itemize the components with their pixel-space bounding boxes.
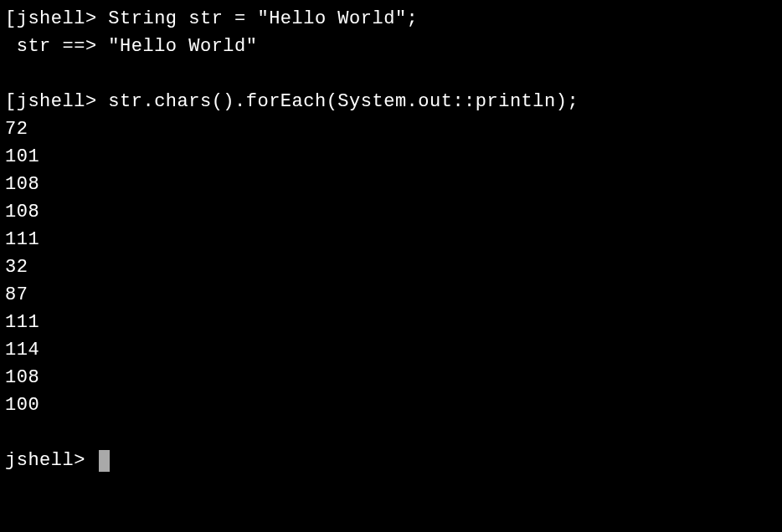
command-input-1: String str = "Hello World"; [108, 8, 418, 29]
output-line: 108 [5, 171, 777, 198]
output-line: 87 [5, 281, 777, 309]
bracket-open: [ [5, 8, 17, 29]
output-line: 101 [5, 143, 777, 171]
jshell-prompt: jshell> [5, 447, 97, 474]
blank-line-2 [5, 419, 777, 447]
output-line: 108 [5, 198, 777, 226]
output-line: 108 [5, 364, 777, 391]
output-line: 72 [5, 115, 777, 143]
blank-line-1 [5, 60, 777, 88]
command-input-2: str.chars().forEach(System.out::println)… [108, 91, 579, 112]
output-line: 111 [5, 309, 777, 336]
prompt-line-1: [jshell> String str = "Hello World"; [5, 5, 777, 33]
jshell-prompt: jshell> [17, 91, 109, 112]
prompt-line-active[interactable]: jshell> [5, 447, 777, 474]
result-line-1: str ==> "Hello World" [5, 33, 777, 60]
cursor-icon [99, 450, 110, 472]
result-value: "Hello World" [108, 36, 257, 57]
jshell-prompt: jshell> [17, 8, 109, 29]
output-line: 32 [5, 253, 777, 281]
output-line: 111 [5, 226, 777, 253]
result-label: str ==> [5, 36, 108, 57]
bracket-open: [ [5, 91, 17, 112]
output-line: 114 [5, 336, 777, 364]
output-line: 100 [5, 391, 777, 419]
prompt-line-2: [jshell> str.chars().forEach(System.out:… [5, 88, 777, 115]
